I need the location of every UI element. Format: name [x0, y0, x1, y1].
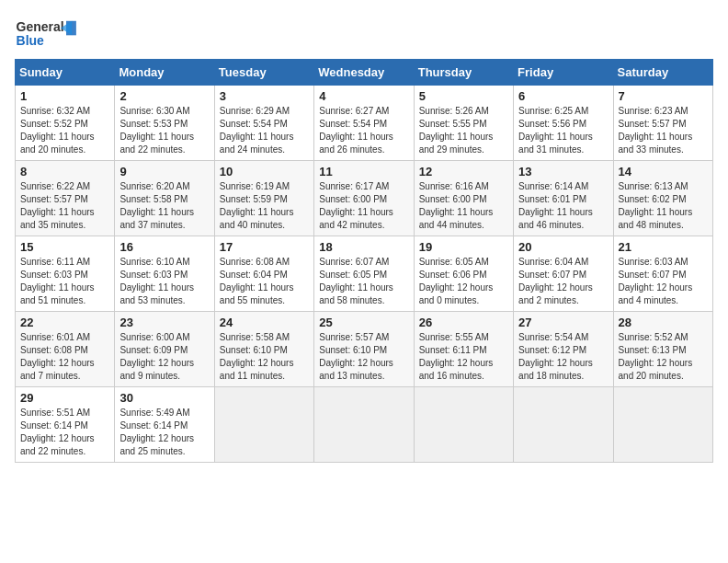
day-number: 16 — [119, 240, 209, 254]
calendar-cell: 12Sunrise: 6:16 AM Sunset: 6:00 PM Dayli… — [414, 161, 513, 236]
day-number: 13 — [518, 165, 608, 178]
calendar-cell: 14Sunrise: 6:13 AM Sunset: 6:02 PM Dayli… — [613, 161, 712, 236]
calendar-cell — [414, 387, 513, 463]
calendar-cell: 21Sunrise: 6:03 AM Sunset: 6:07 PM Dayli… — [613, 236, 712, 312]
day-number: 19 — [419, 240, 508, 254]
calendar-header-row: SundayMondayTuesdayWednesdayThursdayFrid… — [16, 60, 713, 86]
day-info: Sunrise: 5:51 AM Sunset: 6:14 PM Dayligh… — [20, 407, 109, 458]
day-info: Sunrise: 6:20 AM Sunset: 5:58 PM Dayligh… — [119, 180, 209, 232]
day-info: Sunrise: 6:16 AM Sunset: 6:00 PM Dayligh… — [419, 180, 508, 232]
column-header-tuesday: Tuesday — [214, 60, 313, 86]
day-info: Sunrise: 5:52 AM Sunset: 6:13 PM Dayligh… — [619, 331, 708, 383]
calendar-cell: 27Sunrise: 5:54 AM Sunset: 6:12 PM Dayli… — [514, 312, 613, 387]
day-number: 20 — [518, 240, 608, 254]
calendar-cell: 2Sunrise: 6:30 AM Sunset: 5:53 PM Daylig… — [115, 86, 214, 161]
day-info: Sunrise: 5:26 AM Sunset: 5:55 PM Dayligh… — [419, 105, 508, 156]
day-info: Sunrise: 6:19 AM Sunset: 5:59 PM Dayligh… — [220, 180, 309, 232]
day-info: Sunrise: 6:03 AM Sunset: 6:07 PM Dayligh… — [619, 256, 708, 307]
calendar-week-row: 15Sunrise: 6:11 AM Sunset: 6:03 PM Dayli… — [16, 236, 713, 312]
day-info: Sunrise: 6:22 AM Sunset: 5:57 PM Dayligh… — [20, 180, 109, 232]
day-number: 3 — [220, 89, 309, 103]
day-number: 18 — [319, 240, 408, 254]
calendar-cell: 26Sunrise: 5:55 AM Sunset: 6:11 PM Dayli… — [414, 312, 513, 387]
day-number: 1 — [20, 89, 109, 103]
day-number: 26 — [419, 316, 508, 329]
day-info: Sunrise: 6:17 AM Sunset: 6:00 PM Dayligh… — [319, 180, 408, 232]
svg-text:General: General — [17, 19, 64, 34]
calendar-week-row: 29Sunrise: 5:51 AM Sunset: 6:14 PM Dayli… — [16, 387, 713, 463]
day-number: 21 — [619, 240, 708, 254]
day-info: Sunrise: 6:11 AM Sunset: 6:03 PM Dayligh… — [20, 256, 109, 307]
calendar-cell: 10Sunrise: 6:19 AM Sunset: 5:59 PM Dayli… — [214, 161, 313, 236]
day-number: 25 — [319, 316, 408, 329]
day-number: 14 — [619, 165, 708, 178]
day-number: 17 — [220, 240, 309, 254]
day-info: Sunrise: 6:13 AM Sunset: 6:02 PM Dayligh… — [619, 180, 708, 232]
calendar-cell: 13Sunrise: 6:14 AM Sunset: 6:01 PM Dayli… — [514, 161, 613, 236]
calendar-cell — [514, 387, 613, 463]
calendar-cell: 6Sunrise: 6:25 AM Sunset: 5:56 PM Daylig… — [514, 86, 613, 161]
column-header-saturday: Saturday — [613, 60, 712, 86]
day-info: Sunrise: 6:32 AM Sunset: 5:52 PM Dayligh… — [20, 105, 109, 156]
day-number: 22 — [20, 316, 109, 329]
day-number: 9 — [119, 165, 209, 178]
day-info: Sunrise: 5:49 AM Sunset: 6:14 PM Dayligh… — [119, 407, 209, 458]
column-header-friday: Friday — [514, 60, 613, 86]
calendar-cell: 4Sunrise: 6:27 AM Sunset: 5:54 PM Daylig… — [314, 86, 414, 161]
calendar-cell: 18Sunrise: 6:07 AM Sunset: 6:05 PM Dayli… — [314, 236, 414, 312]
day-info: Sunrise: 5:58 AM Sunset: 6:10 PM Dayligh… — [220, 331, 309, 383]
day-info: Sunrise: 5:57 AM Sunset: 6:10 PM Dayligh… — [319, 331, 408, 383]
day-info: Sunrise: 6:14 AM Sunset: 6:01 PM Dayligh… — [518, 180, 608, 232]
calendar-cell: 20Sunrise: 6:04 AM Sunset: 6:07 PM Dayli… — [514, 236, 613, 312]
calendar-cell: 8Sunrise: 6:22 AM Sunset: 5:57 PM Daylig… — [16, 161, 115, 236]
day-info: Sunrise: 6:04 AM Sunset: 6:07 PM Dayligh… — [518, 256, 608, 307]
calendar-cell: 22Sunrise: 6:01 AM Sunset: 6:08 PM Dayli… — [16, 312, 115, 387]
day-number: 7 — [619, 89, 708, 103]
page-header: General Blue — [15, 15, 713, 52]
column-header-monday: Monday — [115, 60, 214, 86]
day-number: 2 — [119, 89, 209, 103]
day-number: 10 — [220, 165, 309, 178]
svg-text:Blue: Blue — [17, 33, 45, 48]
calendar-week-row: 22Sunrise: 6:01 AM Sunset: 6:08 PM Dayli… — [16, 312, 713, 387]
calendar-cell: 23Sunrise: 6:00 AM Sunset: 6:09 PM Dayli… — [115, 312, 214, 387]
day-number: 29 — [20, 391, 109, 405]
calendar-table: SundayMondayTuesdayWednesdayThursdayFrid… — [15, 59, 713, 463]
day-number: 28 — [619, 316, 708, 329]
day-number: 6 — [518, 89, 608, 103]
day-info: Sunrise: 5:55 AM Sunset: 6:11 PM Dayligh… — [419, 331, 508, 383]
day-info: Sunrise: 6:30 AM Sunset: 5:53 PM Dayligh… — [119, 105, 209, 156]
calendar-cell: 11Sunrise: 6:17 AM Sunset: 6:00 PM Dayli… — [314, 161, 414, 236]
day-info: Sunrise: 6:01 AM Sunset: 6:08 PM Dayligh… — [20, 331, 109, 383]
calendar-cell: 24Sunrise: 5:58 AM Sunset: 6:10 PM Dayli… — [214, 312, 313, 387]
calendar-cell — [613, 387, 712, 463]
day-number: 8 — [20, 165, 109, 178]
day-number: 5 — [419, 89, 508, 103]
logo: General Blue — [15, 15, 79, 52]
day-info: Sunrise: 5:54 AM Sunset: 6:12 PM Dayligh… — [518, 331, 608, 383]
day-info: Sunrise: 6:00 AM Sunset: 6:09 PM Dayligh… — [119, 331, 209, 383]
day-info: Sunrise: 6:07 AM Sunset: 6:05 PM Dayligh… — [319, 256, 408, 307]
day-info: Sunrise: 6:10 AM Sunset: 6:03 PM Dayligh… — [119, 256, 209, 307]
calendar-cell: 9Sunrise: 6:20 AM Sunset: 5:58 PM Daylig… — [115, 161, 214, 236]
day-number: 12 — [419, 165, 508, 178]
day-number: 24 — [220, 316, 309, 329]
calendar-cell: 7Sunrise: 6:23 AM Sunset: 5:57 PM Daylig… — [613, 86, 712, 161]
calendar-cell: 30Sunrise: 5:49 AM Sunset: 6:14 PM Dayli… — [115, 387, 214, 463]
day-info: Sunrise: 6:05 AM Sunset: 6:06 PM Dayligh… — [419, 256, 508, 307]
calendar-cell: 16Sunrise: 6:10 AM Sunset: 6:03 PM Dayli… — [115, 236, 214, 312]
day-info: Sunrise: 6:08 AM Sunset: 6:04 PM Dayligh… — [220, 256, 309, 307]
day-number: 4 — [319, 89, 408, 103]
column-header-wednesday: Wednesday — [314, 60, 414, 86]
column-header-thursday: Thursday — [414, 60, 513, 86]
day-info: Sunrise: 6:29 AM Sunset: 5:54 PM Dayligh… — [220, 105, 309, 156]
column-header-sunday: Sunday — [16, 60, 115, 86]
calendar-cell: 25Sunrise: 5:57 AM Sunset: 6:10 PM Dayli… — [314, 312, 414, 387]
calendar-week-row: 1Sunrise: 6:32 AM Sunset: 5:52 PM Daylig… — [16, 86, 713, 161]
calendar-cell: 5Sunrise: 5:26 AM Sunset: 5:55 PM Daylig… — [414, 86, 513, 161]
calendar-cell: 3Sunrise: 6:29 AM Sunset: 5:54 PM Daylig… — [214, 86, 313, 161]
calendar-cell — [314, 387, 414, 463]
calendar-cell: 29Sunrise: 5:51 AM Sunset: 6:14 PM Dayli… — [16, 387, 115, 463]
day-info: Sunrise: 6:27 AM Sunset: 5:54 PM Dayligh… — [319, 105, 408, 156]
logo-svg: General Blue — [15, 15, 79, 52]
